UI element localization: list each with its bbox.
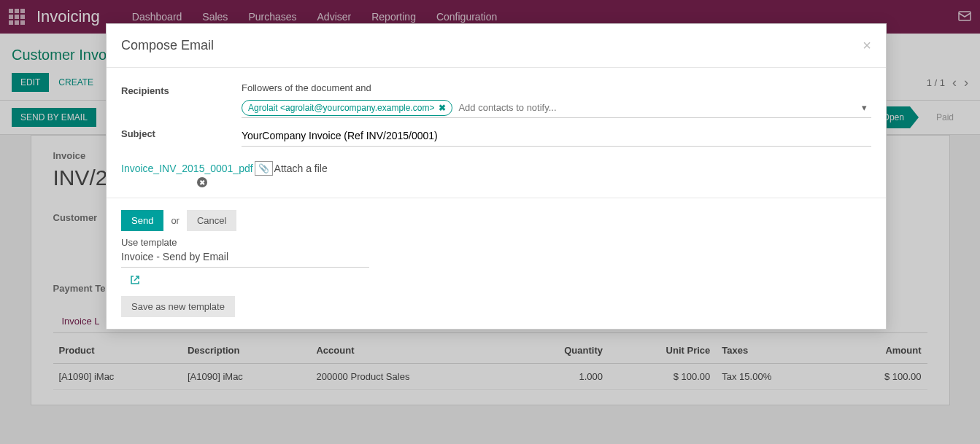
save-as-template-button[interactable]: Save as new template <box>121 296 235 317</box>
recipient-tag-label: Agrolait <agrolait@yourcompany.example.c… <box>248 103 434 113</box>
recipient-tag: Agrolait <agrolait@yourcompany.example.c… <box>242 100 452 116</box>
remove-recipient-icon[interactable]: ✖ <box>439 103 446 113</box>
subject-label: Subject <box>121 125 242 139</box>
attach-file-label[interactable]: Attach a file <box>274 163 328 174</box>
external-link-icon[interactable] <box>130 275 140 287</box>
attach-clip-icon[interactable]: 📎 <box>255 161 273 176</box>
template-select[interactable]: Invoice - Send by Email <box>121 251 369 268</box>
attachment-file[interactable]: Invoice_INV_2015_0001_pdf <box>121 163 253 174</box>
chevron-down-icon[interactable]: ▾ <box>862 102 867 113</box>
close-icon[interactable]: × <box>863 37 871 54</box>
compose-email-modal: Compose Email × Recipients Followers of … <box>106 23 887 330</box>
add-recipients-input[interactable] <box>452 98 862 117</box>
modal-title: Compose Email <box>121 38 214 53</box>
send-button[interactable]: Send <box>121 210 163 231</box>
recipients-label: Recipients <box>121 82 242 96</box>
followers-text: Followers of the document and <box>242 82 871 93</box>
use-template-label: Use template <box>121 237 871 248</box>
or-text: or <box>171 215 180 226</box>
subject-input[interactable] <box>242 125 871 147</box>
remove-attachment-icon[interactable]: ✖ <box>197 177 207 187</box>
cancel-button[interactable]: Cancel <box>187 210 236 231</box>
